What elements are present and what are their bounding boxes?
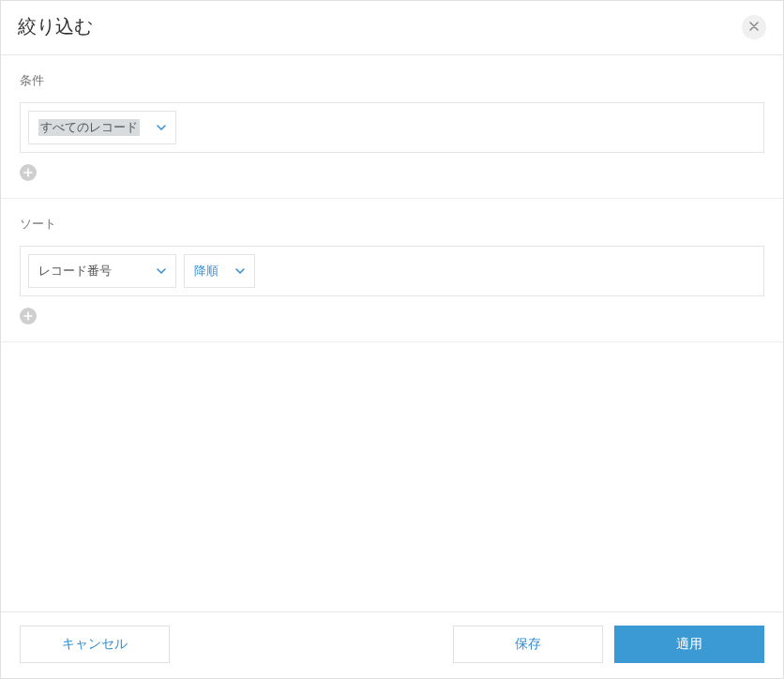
chevron-down-icon	[157, 123, 166, 132]
apply-button[interactable]: 適用	[614, 626, 764, 663]
add-sort-button[interactable]	[20, 308, 37, 324]
sort-field-value: レコード番号	[38, 263, 112, 279]
sort-label: ソート	[20, 216, 764, 233]
add-condition-button[interactable]	[20, 164, 37, 181]
conditions-section: 条件 すべてのレコード	[1, 55, 783, 199]
condition-field-select[interactable]: すべてのレコード	[28, 111, 176, 144]
condition-row: すべてのレコード	[20, 102, 764, 153]
apply-button-label: 適用	[676, 636, 702, 653]
sort-field-select[interactable]: レコード番号	[28, 254, 176, 288]
cancel-button[interactable]: キャンセル	[20, 626, 170, 663]
close-button[interactable]	[742, 15, 766, 39]
chevron-down-icon	[157, 266, 166, 276]
plus-icon	[23, 309, 33, 324]
dialog-content: 条件 すべてのレコード ソート	[1, 55, 783, 611]
save-button-label: 保存	[515, 636, 541, 653]
sort-section: ソート レコード番号 降順	[1, 199, 783, 342]
condition-field-value: すべてのレコード	[38, 119, 140, 136]
dialog-footer: キャンセル 保存 適用	[1, 611, 783, 678]
footer-right-group: 保存 適用	[453, 626, 764, 663]
sort-order-value: 降順	[194, 263, 219, 279]
plus-icon	[23, 166, 33, 180]
sort-order-select[interactable]: 降順	[184, 254, 255, 288]
dialog-title: 絞り込む	[18, 14, 93, 39]
close-icon	[749, 20, 759, 34]
filter-dialog: 絞り込む 条件 すべてのレコード	[0, 0, 784, 679]
save-button[interactable]: 保存	[453, 626, 603, 663]
dialog-header: 絞り込む	[1, 1, 783, 55]
add-condition-row	[20, 164, 764, 181]
sort-row: レコード番号 降順	[20, 246, 764, 296]
conditions-label: 条件	[20, 72, 764, 89]
cancel-button-label: キャンセル	[62, 636, 128, 653]
chevron-down-icon	[235, 266, 245, 276]
add-sort-row	[20, 308, 764, 324]
